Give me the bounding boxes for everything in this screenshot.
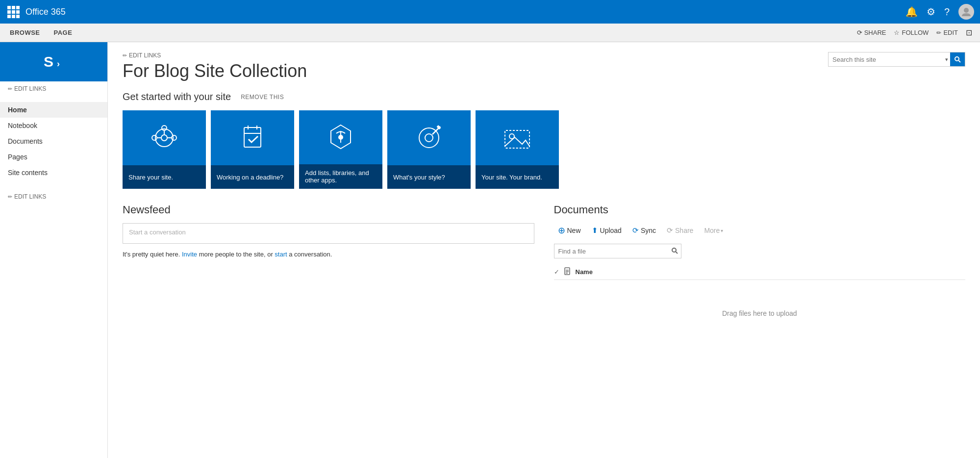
- sidebar-item-notebook[interactable]: Notebook: [0, 118, 107, 133]
- content-area: ✏ EDIT LINKS For Blog Site Collection ▾ …: [108, 42, 980, 458]
- svg-point-9: [152, 135, 157, 140]
- top-bar-icons: 🔔 ⚙ ?: [905, 4, 974, 20]
- doc-more-button[interactable]: More ▾: [700, 225, 727, 236]
- avatar[interactable]: [958, 4, 974, 20]
- card-style[interactable]: What's your style?: [387, 110, 471, 189]
- share-site-icon: [147, 121, 181, 155]
- chevron-down-icon: ▾: [721, 228, 723, 233]
- get-started-header: Get started with your site REMOVE THIS: [123, 91, 965, 102]
- card-share-icon-area: [123, 110, 206, 165]
- sidebar-item-pages[interactable]: Pages: [0, 149, 107, 165]
- search-input[interactable]: [829, 54, 943, 65]
- card-share-site[interactable]: Share your site.: [123, 110, 206, 189]
- search-dropdown-button[interactable]: ▾: [943, 56, 950, 63]
- content-header-left: ✏ EDIT LINKS For Blog Site Collection: [123, 52, 307, 81]
- svg-point-5: [955, 57, 959, 61]
- svg-point-8: [161, 135, 167, 141]
- sidebar-item-site-contents[interactable]: Site contents: [0, 165, 107, 180]
- edit-links-top[interactable]: ✏ EDIT LINKS: [0, 81, 107, 96]
- card-brand-icon-area: [476, 110, 559, 165]
- sidebar-nav: Home Notebook Documents Pages Site conte…: [0, 98, 107, 184]
- doc-sync-button[interactable]: ⟳ Sync: [628, 224, 660, 237]
- card-apps-icon-area: [299, 110, 382, 164]
- doc-name-column: Name: [576, 268, 966, 276]
- file-icon: [564, 267, 571, 275]
- svg-point-20: [338, 135, 343, 140]
- notification-icon[interactable]: 🔔: [905, 6, 918, 18]
- doc-toolbar: ⊕ New ⬆ Upload ⟳ Sync ⟳ Share: [554, 223, 966, 238]
- doc-new-button[interactable]: ⊕ New: [554, 223, 585, 238]
- settings-icon[interactable]: ⚙: [927, 6, 935, 18]
- star-icon: ☆: [894, 29, 900, 36]
- upload-icon: ⬆: [592, 226, 598, 235]
- doc-upload-button[interactable]: ⬆ Upload: [588, 224, 626, 237]
- search-box: ▾: [828, 52, 965, 67]
- card-deadline[interactable]: Working on a deadline?: [211, 110, 294, 189]
- svg-rect-29: [565, 268, 570, 275]
- app-title: Office 365: [25, 7, 905, 17]
- sidebar-logo: S ›: [0, 42, 107, 81]
- newsfeed-input[interactable]: Start a conversation: [123, 223, 534, 244]
- browse-tab[interactable]: BROWSE: [8, 29, 42, 36]
- doc-search-button[interactable]: [668, 247, 681, 255]
- deadline-icon: [235, 121, 270, 155]
- invite-link[interactable]: Invite: [182, 251, 197, 258]
- getting-started-cards: Share your site. Working on a deadline?: [123, 110, 965, 189]
- svg-point-10: [172, 135, 176, 140]
- follow-button[interactable]: ☆ FOLLOW: [894, 29, 929, 36]
- svg-line-28: [676, 252, 678, 254]
- doc-search-icon: [671, 247, 678, 254]
- pencil-bottom-icon: ✏: [8, 194, 12, 200]
- svg-rect-15: [244, 127, 261, 147]
- newsfeed-quiet-text: It's pretty quiet here. Invite more peop…: [123, 251, 534, 258]
- share-button[interactable]: ⟳ SHARE: [857, 29, 886, 36]
- apps-icon: [324, 120, 358, 154]
- new-icon: ⊕: [558, 225, 565, 236]
- pencil-content-icon: ✏: [123, 52, 127, 59]
- share-icon: ⟳: [857, 29, 862, 36]
- sub-nav-right: ⟳ SHARE ☆ FOLLOW ✏ EDIT ⊡: [857, 28, 972, 37]
- svg-line-6: [959, 61, 961, 63]
- pencil-icon: ✏: [936, 29, 941, 36]
- svg-point-11: [162, 126, 167, 130]
- page-tab[interactable]: PAGE: [52, 29, 75, 36]
- doc-table-header: ✓ Name: [554, 264, 966, 280]
- svg-point-27: [672, 248, 676, 252]
- doc-search-box: [554, 244, 681, 258]
- top-bar: Office 365 🔔 ⚙ ?: [0, 0, 980, 24]
- brand-icon: [500, 121, 534, 155]
- remove-this-button[interactable]: REMOVE THIS: [241, 94, 284, 101]
- style-icon: [412, 121, 446, 155]
- search-submit-button[interactable]: [950, 52, 965, 66]
- pencil-small-icon: ✏: [8, 86, 12, 92]
- sidebar-item-documents[interactable]: Documents: [0, 133, 107, 149]
- card-apps[interactable]: Add lists, libraries, and other apps.: [299, 110, 382, 189]
- newsfeed-section: Newsfeed Start a conversation It's prett…: [123, 204, 534, 327]
- main-layout: S › ✏ EDIT LINKS Home Notebook Documents…: [0, 42, 980, 458]
- doc-search-input[interactable]: [554, 246, 668, 257]
- content-edit-links[interactable]: ✏ EDIT LINKS: [123, 52, 307, 59]
- sub-nav-left: BROWSE PAGE: [8, 29, 74, 36]
- avatar-icon: [961, 6, 972, 17]
- card-brand[interactable]: Your site. Your brand.: [476, 110, 559, 189]
- card-brand-label: Your site. Your brand.: [476, 165, 559, 189]
- app-launcher-button[interactable]: [6, 4, 21, 19]
- svg-point-22: [425, 134, 433, 142]
- expand-icon[interactable]: ⊡: [966, 28, 972, 37]
- card-deadline-icon-area: [211, 110, 294, 165]
- grid-icon: [7, 6, 20, 18]
- sidebar-item-home[interactable]: Home: [0, 102, 107, 118]
- edit-button[interactable]: ✏ EDIT: [936, 29, 958, 36]
- get-started-title: Get started with your site: [123, 91, 231, 102]
- edit-links-bottom[interactable]: ✏ EDIT LINKS: [0, 188, 107, 205]
- page-title: For Blog Site Collection: [123, 61, 307, 81]
- help-icon[interactable]: ?: [944, 6, 950, 18]
- card-style-icon-area: [387, 110, 471, 165]
- start-link[interactable]: start: [275, 251, 287, 258]
- sidebar: S › ✏ EDIT LINKS Home Notebook Documents…: [0, 42, 108, 458]
- doc-share-button[interactable]: ⟳ Share: [663, 224, 697, 237]
- doc-file-icon-col: [564, 267, 576, 277]
- svg-text:S: S: [44, 53, 53, 70]
- newsfeed-title: Newsfeed: [123, 204, 534, 216]
- sync-icon: ⟳: [632, 226, 639, 235]
